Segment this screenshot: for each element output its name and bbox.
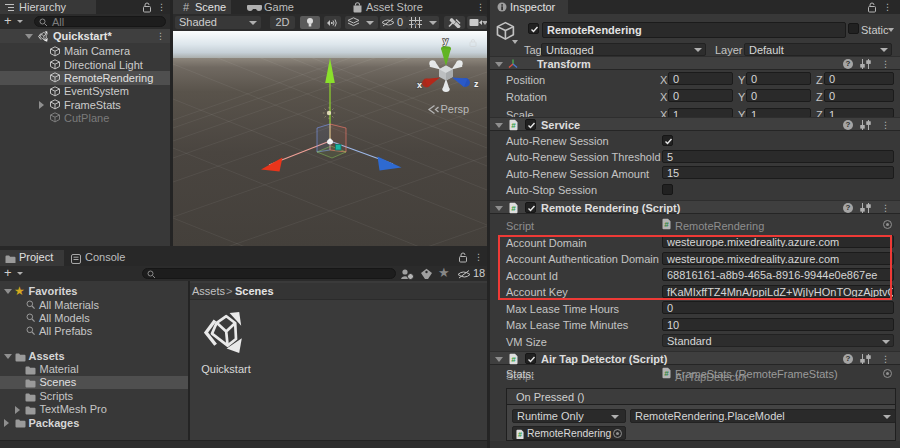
svg-text:Persp: Persp — [441, 103, 470, 115]
svg-text:y: y — [443, 36, 448, 46]
svg-text:z: z — [474, 79, 479, 89]
svg-text:x: x — [417, 80, 422, 90]
svg-text:Y: Y — [413, 22, 417, 28]
